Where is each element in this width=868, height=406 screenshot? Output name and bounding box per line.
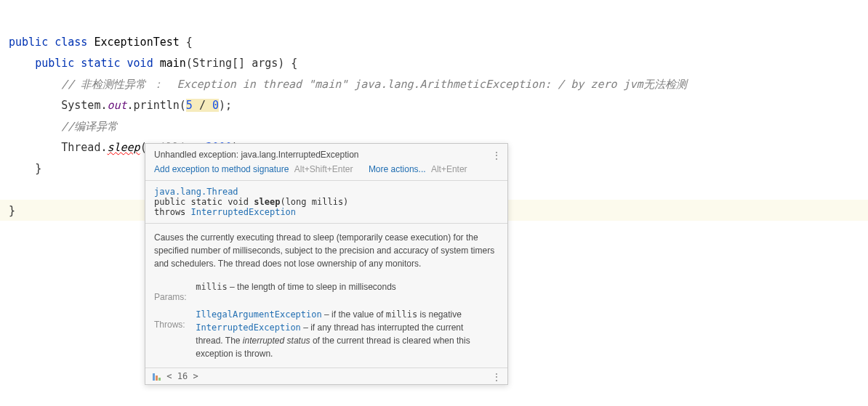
code-line-1[interactable]: public class ExceptionTest {	[9, 36, 193, 49]
code-line-7[interactable]: }	[9, 162, 41, 175]
svg-rect-2	[158, 378, 161, 381]
error-tooltip-popup: Unhandled exception: java.lang.Interrupt…	[145, 143, 508, 385]
params-row: Params: millis – the length of time to s…	[154, 280, 499, 304]
kebab-menu-icon[interactable]: ⋮	[491, 150, 502, 161]
popup-header-section: Unhandled exception: java.lang.Interrupt…	[145, 144, 507, 181]
code-line-2[interactable]: public static void main(String[] args) {	[9, 57, 297, 70]
throws-row: Throws: IllegalArgumentException – if th…	[154, 308, 499, 360]
documentation-section: Causes the currently executing thread to…	[145, 224, 507, 368]
popup-actions-row: Add exception to method signature Alt+Sh…	[154, 164, 499, 174]
svg-rect-0	[153, 373, 155, 381]
footer-kebab-icon[interactable]: ⋮	[491, 371, 502, 383]
doc-footer: < 16 > ⋮	[145, 368, 507, 384]
svg-rect-1	[156, 375, 158, 381]
code-line-3[interactable]: // 非检测性异常 ： Exception in thread "main" j…	[9, 78, 687, 91]
interrupted-exception-link[interactable]: InterruptedException	[191, 207, 297, 217]
params-body: millis – the length of time to sleep in …	[196, 280, 486, 293]
more-actions-link[interactable]: More actions...	[369, 164, 426, 174]
doc-signature: public static void sleep(long millis)	[154, 197, 499, 207]
code-line-5[interactable]: //编译异常	[9, 120, 118, 133]
illegal-argument-exception-link[interactable]: IllegalArgumentException	[196, 309, 321, 320]
shortcut-label: Alt+Shift+Enter	[294, 164, 353, 174]
interrupted-exception-link-2[interactable]: InterruptedException	[196, 322, 301, 333]
code-line-8[interactable]: }	[9, 204, 15, 217]
nav-counter[interactable]: < 16 >	[166, 371, 198, 381]
params-label: Params:	[154, 291, 193, 304]
doc-description: Causes the currently executing thread to…	[154, 231, 499, 270]
hierarchy-icon[interactable]	[153, 373, 161, 381]
code-line-4[interactable]: System.out.println(5 / 0);	[9, 99, 232, 112]
doc-package-link[interactable]: java.lang.Thread	[154, 187, 238, 197]
throws-body: IllegalArgumentException – if the value …	[196, 308, 486, 360]
shortcut-label-2: Alt+Enter	[431, 164, 467, 174]
error-message: Unhandled exception: java.lang.Interrupt…	[154, 150, 499, 160]
add-exception-link[interactable]: Add exception to method signature	[154, 164, 289, 174]
throws-label: Throws:	[154, 318, 193, 331]
doc-throws-line: throws InterruptedException	[154, 207, 499, 217]
signature-section: java.lang.Thread public static void slee…	[145, 181, 507, 224]
